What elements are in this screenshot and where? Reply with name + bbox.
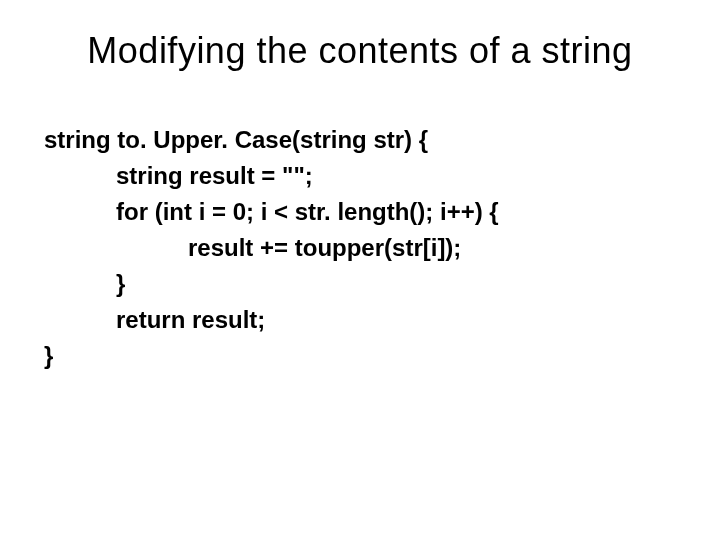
code-line-3: for (int i = 0; i < str. length(); i++) …: [44, 194, 680, 230]
code-block: string to. Upper. Case(string str) { str…: [44, 122, 680, 374]
code-line-2: string result = "";: [44, 158, 680, 194]
code-line-4: result += toupper(str[i]);: [44, 230, 680, 266]
code-line-1: string to. Upper. Case(string str) {: [44, 122, 680, 158]
code-line-5: }: [44, 266, 680, 302]
slide-title: Modifying the contents of a string: [40, 30, 680, 72]
code-line-7: }: [44, 338, 680, 374]
code-line-6: return result;: [44, 302, 680, 338]
